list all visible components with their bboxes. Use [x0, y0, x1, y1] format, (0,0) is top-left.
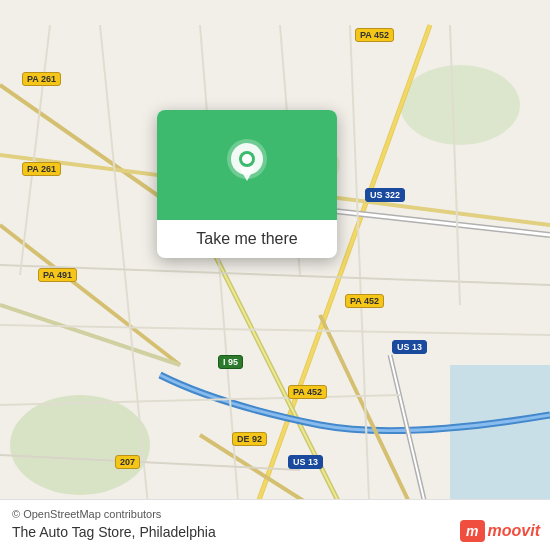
- svg-line-25: [20, 25, 50, 275]
- svg-line-13: [200, 225, 350, 525]
- badge-i95: I 95: [218, 355, 243, 369]
- badge-207: 207: [115, 455, 140, 469]
- badge-de92: DE 92: [232, 432, 267, 446]
- svg-line-23: [0, 265, 550, 285]
- moovit-m-icon: m: [460, 520, 484, 542]
- badge-us13-2: US 13: [288, 455, 323, 469]
- svg-point-2: [400, 65, 520, 145]
- map-roads-svg: [0, 0, 550, 550]
- svg-line-7: [0, 225, 180, 365]
- osm-credit: © OpenStreetMap contributors: [12, 508, 538, 520]
- location-pin-icon: [223, 141, 271, 189]
- badge-pa261-2: PA 261: [22, 162, 61, 176]
- svg-line-11: [0, 305, 180, 365]
- popup-green-area: [157, 110, 337, 220]
- svg-line-22: [350, 25, 370, 525]
- moovit-brand-text: moovit: [488, 522, 540, 540]
- badge-pa452-2: PA 452: [345, 294, 384, 308]
- popup-card: Take me there: [157, 110, 337, 258]
- take-me-there-button[interactable]: Take me there: [157, 220, 337, 258]
- badge-pa452-1: PA 452: [355, 28, 394, 42]
- moovit-logo: m moovit: [460, 520, 540, 542]
- badge-us322: US 322: [365, 188, 405, 202]
- svg-point-1: [10, 395, 150, 495]
- map-container: PA 452 PA 261 PA 261 US 322 PA 491 PA 45…: [0, 0, 550, 550]
- badge-us13-1: US 13: [392, 340, 427, 354]
- badge-pa452-3: PA 452: [288, 385, 327, 399]
- location-name: The Auto Tag Store, Philadelphia: [12, 524, 538, 540]
- badge-pa491: PA 491: [38, 268, 77, 282]
- bottom-bar: © OpenStreetMap contributors The Auto Ta…: [0, 499, 550, 550]
- svg-point-31: [242, 154, 252, 164]
- badge-pa261-1: PA 261: [22, 72, 61, 86]
